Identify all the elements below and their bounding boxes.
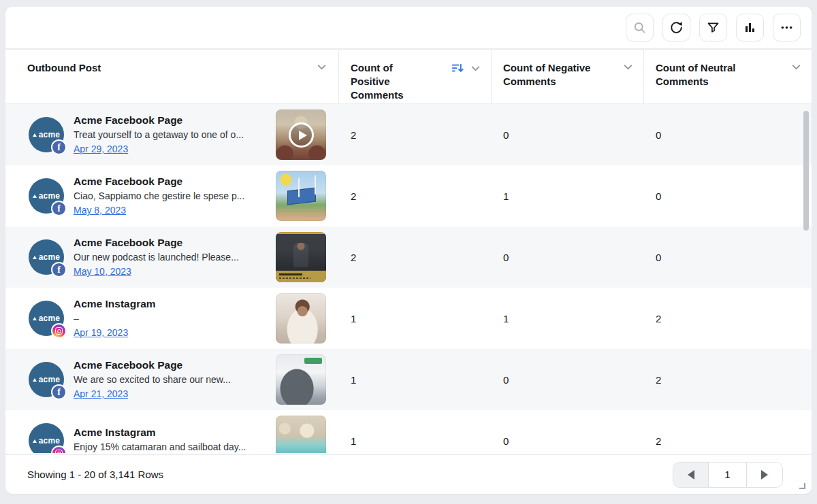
- previous-arrow-icon: [688, 470, 694, 480]
- instagram-badge-icon: [51, 323, 67, 339]
- chart-button[interactable]: [736, 14, 764, 41]
- avatar-label: acme: [39, 130, 61, 139]
- chevron-down-icon[interactable]: [622, 61, 634, 73]
- sort-descending-icon: [451, 62, 464, 75]
- row-count-summary: Showing 1 - 20 of 3,141 Rows: [27, 469, 163, 480]
- play-button-icon: [289, 122, 314, 148]
- acme-logo-icon: [33, 378, 37, 382]
- avatar-label: acme: [39, 252, 61, 262]
- column-label: Outbound Post: [27, 61, 101, 75]
- post-date-link[interactable]: May 8, 2023: [74, 205, 126, 216]
- column-header-outbound-post[interactable]: Outbound Post: [5, 50, 339, 103]
- negative-count: 0: [492, 410, 644, 453]
- avatar: acme: [29, 301, 64, 336]
- filter-button[interactable]: [699, 14, 727, 41]
- positive-count: 2: [339, 104, 492, 165]
- table-row: acme Acme Facebook Page Ciao, Sappiamo c…: [5, 165, 812, 226]
- video-caption-bar: [276, 271, 326, 282]
- current-page-indicator[interactable]: 1: [709, 463, 747, 487]
- toolbar: [5, 7, 812, 50]
- facebook-badge-icon: [51, 384, 67, 400]
- post-excerpt: Our new podcast is launched! Please...: [74, 252, 266, 263]
- column-header-negative-comments[interactable]: Count of Negative Comments: [492, 50, 644, 103]
- chevron-down-icon[interactable]: [316, 61, 327, 73]
- ellipsis-icon: [780, 20, 794, 35]
- column-header-positive-comments[interactable]: Count of Positive Comments: [339, 50, 492, 103]
- resize-handle-icon[interactable]: [799, 483, 805, 489]
- previous-page-button[interactable]: [673, 463, 709, 487]
- neutral-count: 2: [644, 349, 812, 410]
- negative-count: 0: [492, 349, 644, 410]
- post-thumbnail[interactable]: [276, 416, 326, 453]
- negative-count: 0: [492, 104, 644, 165]
- acme-logo-icon: [33, 195, 37, 198]
- filter-funnel-icon: [706, 20, 720, 35]
- post-excerpt: Treat yourself to a getaway to one of o.…: [74, 129, 266, 140]
- avatar-label: acme: [39, 375, 61, 384]
- post-thumbnail[interactable]: [276, 354, 326, 405]
- positive-count: 1: [339, 410, 492, 453]
- column-label: Count of Negative Comments: [503, 61, 619, 88]
- avatar: acme: [29, 178, 64, 214]
- next-arrow-icon: [761, 470, 768, 480]
- bar-chart-icon: [743, 20, 757, 35]
- outbound-post-cell: acme Acme Facebook Page We are so excite…: [5, 349, 339, 410]
- acme-logo-icon: [33, 256, 37, 259]
- acme-logo-icon: [33, 317, 37, 320]
- data-table-widget: Outbound Post Count of Positive Comments: [5, 7, 812, 494]
- chevron-down-icon[interactable]: [470, 63, 481, 74]
- neutral-count: 0: [644, 226, 812, 288]
- post-date-link[interactable]: Apr 19, 2023: [74, 327, 128, 338]
- facebook-badge-icon: [51, 201, 67, 216]
- post-excerpt: Ciao, Sappiamo che gestire le spese p...: [74, 190, 266, 201]
- post-thumbnail[interactable]: [276, 232, 326, 282]
- outbound-post-cell: acme Acme Facebook Page Treat yourself t…: [5, 104, 339, 165]
- post-account-name: Acme Facebook Page: [74, 114, 266, 127]
- table-footer: Showing 1 - 20 of 3,141 Rows 1: [5, 454, 812, 494]
- instagram-badge-icon: [51, 446, 67, 453]
- avatar-label: acme: [39, 314, 61, 323]
- table-row: acme Acme Facebook Page We are so excite…: [5, 349, 812, 410]
- outbound-post-cell: acme Acme Facebook Page Our new podcast …: [5, 226, 339, 288]
- pagination: 1: [673, 462, 783, 488]
- negative-count: 0: [492, 226, 644, 288]
- avatar-label: acme: [39, 191, 61, 201]
- refresh-button[interactable]: [662, 14, 690, 41]
- table-body: acme Acme Facebook Page Treat yourself t…: [5, 104, 812, 453]
- column-label: Count of Positive Comments: [351, 61, 431, 102]
- acme-logo-icon: [33, 133, 37, 137]
- post-date-link[interactable]: May 10, 2023: [74, 266, 131, 277]
- post-thumbnail[interactable]: [276, 171, 326, 221]
- table-row: acme Acme Facebook Page Our new podcast …: [5, 226, 812, 288]
- avatar: acme: [29, 423, 64, 453]
- post-account-name: Acme Instagram: [74, 426, 266, 439]
- negative-count: 1: [492, 288, 644, 349]
- post-thumbnail[interactable]: [276, 293, 326, 343]
- vertical-scrollbar[interactable]: [803, 111, 809, 231]
- post-account-name: Acme Facebook Page: [74, 237, 266, 249]
- avatar-label: acme: [39, 436, 61, 446]
- neutral-count: 2: [644, 410, 812, 453]
- avatar: acme: [29, 117, 64, 152]
- neutral-count: 0: [644, 165, 812, 226]
- next-page-button[interactable]: [747, 463, 782, 487]
- positive-count: 1: [339, 288, 492, 349]
- column-header-neutral-comments[interactable]: Count of Neutral Comments: [644, 50, 812, 103]
- post-date-link[interactable]: Apr 21, 2023: [74, 388, 128, 399]
- table-header: Outbound Post Count of Positive Comments: [5, 50, 812, 104]
- post-date-link[interactable]: Apr 29, 2023: [74, 144, 128, 154]
- positive-count: 2: [339, 165, 492, 226]
- facebook-badge-icon: [51, 262, 67, 278]
- refresh-icon: [669, 20, 684, 35]
- avatar: acme: [29, 239, 64, 275]
- more-options-button[interactable]: [773, 14, 801, 41]
- table-row: acme Acme Instagram – Apr 19, 2023 1 1 2: [5, 288, 812, 349]
- post-excerpt: We are so excited to share our new...: [74, 374, 266, 385]
- post-account-name: Acme Facebook Page: [74, 175, 266, 188]
- table-row: acme Acme Instagram Enjoy 15% catamaran …: [5, 410, 812, 453]
- post-thumbnail[interactable]: [276, 110, 326, 160]
- acme-logo-icon: [33, 439, 37, 443]
- avatar: acme: [29, 362, 64, 397]
- chevron-down-icon[interactable]: [790, 61, 802, 73]
- search-button[interactable]: [626, 14, 654, 41]
